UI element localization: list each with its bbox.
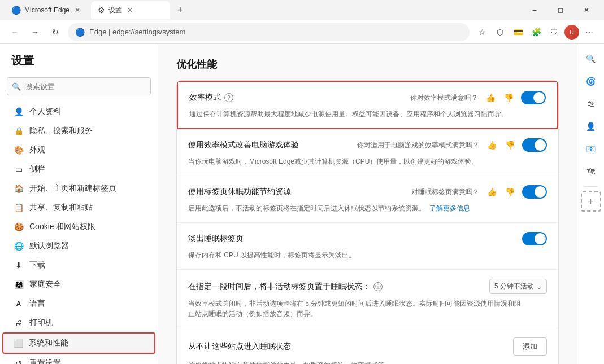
sidebar-item-label: 共享、复制和粘贴 [29, 203, 93, 213]
never-sleep-desc: 这也将站点排除在其他性能优化之外，如丢弃的标签、效率模式等。 [188, 360, 547, 364]
panel-outlook-icon[interactable]: 📧 [581, 139, 601, 159]
gaming-thumbs-down[interactable]: 👎 [504, 139, 515, 151]
gaming-toggle[interactable] [522, 138, 547, 152]
panel-search-button[interactable]: 🔍 [581, 49, 601, 69]
browser-essentials-button[interactable]: 🛡 [546, 24, 562, 40]
sleeping-thumbs-up[interactable]: 👍 [486, 186, 497, 198]
sidebar-item-profile[interactable]: 👤 个人资料 [2, 102, 155, 121]
timer-dropdown[interactable]: 5 分钟不活动 ⌄ [489, 279, 547, 294]
panel-maps-icon[interactable]: 🗺 [581, 161, 601, 182]
sidebar-item-label: 默认浏览器 [29, 241, 69, 251]
sidebar-item-label: 系统和性能 [29, 338, 68, 348]
sidebar-item-label: 外观 [29, 145, 45, 155]
gaming-mode-title: 使用效率模式改善电脑游戏体验 [188, 140, 299, 150]
panel-divider [584, 186, 598, 187]
wallet-button[interactable]: 💳 [510, 24, 526, 40]
sidebar-item-cookies[interactable]: 🍪 Cookie 和网站权限 [2, 217, 155, 236]
sidebar-item-label: Cookie 和网站权限 [29, 222, 95, 232]
sleeping-thumbs-down[interactable]: 👎 [504, 186, 515, 198]
minimize-button[interactable]: – [522, 1, 547, 19]
panel-edge-icon[interactable]: 🌀 [581, 71, 601, 91]
efficiency-toggle[interactable] [521, 91, 546, 104]
restore-button[interactable]: ◻ [547, 1, 573, 19]
fade-sleeping-controls [522, 232, 547, 245]
refresh-button[interactable]: ↻ [47, 24, 63, 40]
sleeping-timer-desc: 当效率模式关闭时，非活动选项卡将在 5 分钟或更短的时间后进入睡眠状态。实际时间… [188, 299, 527, 319]
avatar[interactable]: U [564, 25, 579, 40]
nav-bar: ← → ↻ 🔵 Edge | edge://settings/system ☆ … [0, 20, 604, 44]
system-icon: ⬜ [13, 338, 23, 348]
sidebar-item-reset[interactable]: ↺ 重置设置 [2, 354, 155, 364]
fade-sleeping-toggle[interactable] [522, 232, 547, 245]
back-button[interactable]: ← [7, 24, 23, 40]
tab-microsoft-edge[interactable]: 🔵 Microsoft Edge ✕ [5, 1, 89, 19]
thumbs-up-button[interactable]: 👍 [485, 92, 496, 103]
download-icon: ⬇ [14, 260, 24, 270]
new-tab-button[interactable]: + [172, 2, 188, 18]
language-icon: A [14, 299, 24, 309]
appearance-icon: 🎨 [14, 145, 24, 155]
thumbs-down-button[interactable]: 👎 [503, 92, 514, 103]
search-input[interactable] [7, 77, 151, 95]
sleeping-tabs-row: 使用标签页休眠功能节约资源 对睡眠标签页满意吗？ 👍 👎 启用此选项后，不活动的… [177, 176, 558, 223]
sidebar-item-label: 打印机 [29, 318, 53, 328]
sidebar-item-printer[interactable]: 🖨 打印机 [2, 313, 155, 332]
sidebar-item-downloads[interactable]: ⬇ 下载 [2, 256, 155, 275]
efficiency-mode-row: 效率模式 ? 你对效率模式满意吗？ 👍 👎 通过保存计算机资源帮助最大程度地减少… [177, 81, 558, 129]
search-icon: 🔍 [12, 82, 21, 91]
sidebar-item-sidebar[interactable]: ▭ 侧栏 [2, 160, 155, 179]
timer-info-icon[interactable]: ⓘ [373, 282, 383, 291]
sidebar-item-language[interactable]: A 语言 [2, 294, 155, 313]
content-area: 设置 🔍 👤 个人资料 🔒 隐私、搜索和服务 🎨 外观 ▭ 侧栏 [0, 44, 604, 364]
sidebar-item-share[interactable]: 📋 共享、复制和粘贴 [2, 198, 155, 217]
fade-sleeping-header: 淡出睡眠标签页 [188, 232, 547, 245]
tab-settings[interactable]: ⚙ 设置 ✕ [91, 1, 170, 19]
search-box: 🔍 [7, 77, 151, 95]
sidebar-item-start[interactable]: 🏠 开始、主页和新建标签页 [2, 179, 155, 198]
add-site-button[interactable]: 添加 [513, 337, 547, 356]
printer-icon: 🖨 [14, 318, 24, 328]
sidebar-item-label: 侧栏 [29, 164, 45, 174]
address-bar[interactable]: 🔵 Edge | edge://settings/system [68, 23, 470, 41]
lock-icon: 🔒 [14, 126, 24, 136]
efficiency-mode-header: 效率模式 ? 你对效率模式满意吗？ 👍 👎 [189, 91, 546, 104]
gaming-mode-controls: 你对适用于电脑游戏的效率模式满意吗？ 👍 👎 [357, 138, 547, 152]
fade-sleeping-desc: 保存内存和 CPU 以提高性能时，标签页将显示为淡出。 [188, 250, 547, 260]
sidebar-item-label: 语言 [29, 299, 45, 309]
gaming-mode-row: 使用效率模式改善电脑游戏体验 你对适用于电脑游戏的效率模式满意吗？ 👍 👎 当你… [177, 129, 558, 176]
panel-people-icon[interactable]: 👤 [581, 116, 601, 137]
never-sleep-title: 从不让这些站点进入睡眠状态 [188, 341, 291, 352]
learn-more-link[interactable]: 了解更多信息 [429, 204, 470, 212]
sidebar-item-label: 家庭安全 [29, 279, 61, 290]
panel-add-button[interactable]: + [581, 191, 601, 212]
sleeping-tabs-toggle[interactable] [522, 185, 547, 199]
settings-more-button[interactable]: ⋯ [581, 24, 597, 40]
globe-icon: 🌐 [14, 241, 24, 251]
sidebar-item-label: 重置设置 [29, 358, 61, 364]
sidebar-icon: ▭ [14, 164, 24, 174]
sleeping-tabs-desc: 启用此选项后，不活动的标签页将在指定时间后进入休眠状态以节约系统资源。 了解更多… [188, 203, 547, 213]
sidebar-item-privacy[interactable]: 🔒 隐私、搜索和服务 [2, 121, 155, 141]
collections-button[interactable]: ⬡ [492, 24, 508, 40]
extensions-button[interactable]: 🧩 [528, 24, 544, 40]
efficiency-mode-controls: 你对效率模式满意吗？ 👍 👎 [410, 91, 546, 104]
tab1-close[interactable]: ✕ [73, 6, 82, 15]
close-button[interactable]: ✕ [573, 1, 599, 19]
tab1-label: Microsoft Edge [24, 6, 69, 14]
tab2-close[interactable]: ✕ [125, 6, 134, 15]
sidebar-item-system[interactable]: ⬜ 系统和性能 [2, 332, 155, 354]
fade-sleeping-row: 淡出睡眠标签页 保存内存和 CPU 以提高性能时，标签页将显示为淡出。 [177, 223, 558, 270]
efficiency-info-icon[interactable]: ? [224, 93, 233, 102]
sleeping-timer-row: 在指定一段时间后，将非活动标签页置于睡眠状态： ⓘ 5 分钟不活动 ⌄ 当效率模… [177, 270, 558, 328]
panel-shopping-icon[interactable]: 🛍 [581, 94, 601, 114]
sidebar-item-appearance[interactable]: 🎨 外观 [2, 141, 155, 160]
main-content: 优化性能 效率模式 ? 你对效率模式满意吗？ 👍 👎 [158, 44, 577, 364]
gaming-thumbs-up[interactable]: 👍 [486, 139, 497, 151]
sidebar-item-label: 下载 [29, 260, 45, 270]
forward-button[interactable]: → [27, 24, 43, 40]
favorites-button[interactable]: ☆ [474, 24, 490, 40]
sidebar-item-default-browser[interactable]: 🌐 默认浏览器 [2, 236, 155, 256]
sidebar-item-family[interactable]: 👨‍👩‍👧 家庭安全 [2, 275, 155, 294]
never-sleep-controls: 添加 [513, 337, 547, 356]
efficiency-mode-title: 效率模式 ? [189, 93, 233, 103]
